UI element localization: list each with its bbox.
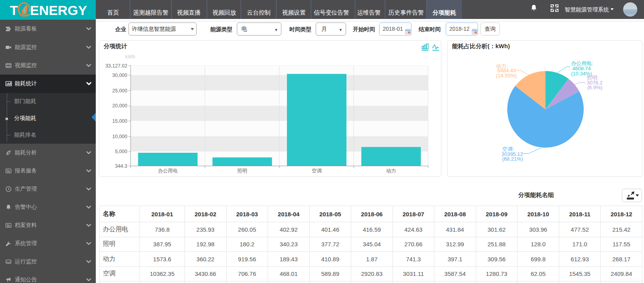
svg-text:25,000: 25,000 — [112, 88, 127, 94]
svg-text:(14.55%): (14.55%) — [496, 73, 517, 79]
svg-text:20,000: 20,000 — [112, 103, 127, 109]
svg-text:344.3: 344.3 — [115, 163, 127, 169]
svg-text:kWh: kWh — [125, 54, 135, 60]
svg-text:ENERGY: ENERGY — [30, 3, 87, 18]
svg-text:10,000: 10,000 — [112, 134, 127, 139]
svg-text:30,000: 30,000 — [112, 73, 127, 78]
svg-text:空调: 空调 — [312, 168, 322, 174]
svg-text:5,000: 5,000 — [115, 149, 127, 154]
svg-text:33,127.02: 33,127.02 — [105, 63, 127, 69]
svg-text:照明: 照明 — [237, 168, 247, 174]
svg-text:15,000: 15,000 — [112, 118, 127, 124]
svg-text:(6.9%): (6.9%) — [587, 84, 602, 90]
svg-text:T: T — [10, 3, 18, 18]
svg-text:办公用电: 办公用电 — [158, 168, 178, 174]
svg-text:动力: 动力 — [386, 168, 396, 174]
svg-text:(68.21%): (68.21%) — [502, 156, 523, 162]
